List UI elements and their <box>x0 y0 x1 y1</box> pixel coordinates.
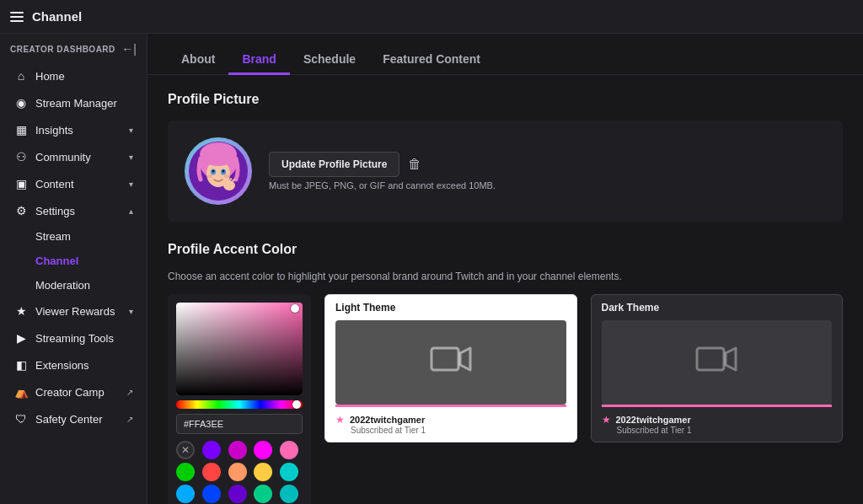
swatch-dark-pink[interactable] <box>228 441 247 459</box>
delete-profile-picture-icon[interactable]: 🗑 <box>408 157 421 172</box>
accent-color-description: Choose an accent color to highlight your… <box>168 271 843 282</box>
swatch-magenta[interactable] <box>254 441 272 459</box>
dark-theme-preview-bottom: ★ 2022twitchgamer Subscribed at Tier 1 <box>602 405 833 442</box>
viewer-rewards-icon: ★ <box>13 304 29 318</box>
light-theme-video-preview <box>335 320 566 405</box>
light-theme-sub-text: Subscribed at Tier 1 <box>351 426 566 435</box>
sidebar-item-settings[interactable]: ⚙ Settings ▴ <box>3 197 143 224</box>
sidebar-item-extensions[interactable]: ◧ Extensions <box>3 351 143 378</box>
extensions-icon: ◧ <box>13 358 29 372</box>
sidebar-item-label: Insights <box>35 124 73 137</box>
sidebar-sub-item-moderation[interactable]: Moderation <box>3 273 143 298</box>
swatch-blue[interactable] <box>202 485 221 503</box>
swatch-indigo[interactable] <box>228 485 247 503</box>
dark-theme-username: 2022twitchgamer <box>616 415 691 425</box>
sidebar-item-label: Streaming Tools <box>35 332 114 345</box>
streaming-tools-icon: ▶ <box>13 331 29 345</box>
sidebar-sub-item-channel[interactable]: Channel <box>3 249 143 273</box>
video-camera-icon <box>695 341 737 384</box>
sidebar-item-label: Home <box>35 70 65 83</box>
color-picker: ✕ <box>168 294 311 504</box>
profile-picture-hint: Must be JPEG, PNG, or GIF and cannot exc… <box>269 180 496 190</box>
svg-rect-11 <box>432 348 458 370</box>
tab-brand[interactable]: Brand <box>228 46 289 75</box>
hue-bar[interactable] <box>176 400 303 409</box>
sidebar-item-safety-center[interactable]: 🛡 Safety Center ↗ <box>3 405 143 432</box>
tab-about[interactable]: About <box>168 46 228 75</box>
insights-icon: ▦ <box>13 123 29 137</box>
menu-icon[interactable] <box>10 12 24 22</box>
sidebar-item-creator-camp[interactable]: ⛺ Creator Camp ↗ <box>3 378 143 405</box>
dark-theme-video-preview <box>602 320 833 405</box>
sidebar-item-viewer-rewards[interactable]: ★ Viewer Rewards ▾ <box>3 298 143 324</box>
sidebar-item-label: Creator Camp <box>35 386 105 399</box>
tab-featured-content[interactable]: Featured Content <box>369 46 494 75</box>
swatch-mint[interactable] <box>254 485 272 503</box>
chevron-down-icon: ▾ <box>129 153 133 162</box>
dark-theme-label: Dark Theme <box>592 295 843 320</box>
svg-marker-14 <box>726 348 736 370</box>
light-theme-username: 2022twitchgamer <box>350 415 425 425</box>
profile-picture-row: Update Profile Picture 🗑 Must be JPEG, P… <box>168 121 843 222</box>
dark-theme-user-row: ★ 2022twitchgamer <box>602 414 833 426</box>
dark-theme-panel: Dark Theme ★ 2022twitchgamer <box>591 294 844 442</box>
sidebar-item-label: Stream Manager <box>35 97 117 110</box>
swatch-green[interactable] <box>176 463 195 481</box>
svg-point-6 <box>212 170 215 173</box>
svg-point-9 <box>224 174 229 178</box>
light-theme-preview-bottom: ★ 2022twitchgamer Subscribed at Tier 1 <box>335 405 566 442</box>
sidebar-item-label: Extensions <box>35 359 89 372</box>
tab-schedule[interactable]: Schedule <box>290 46 369 75</box>
svg-point-3 <box>200 142 237 166</box>
swatch-orange[interactable] <box>228 463 247 481</box>
topbar-title: Channel <box>32 9 82 24</box>
swatch-red[interactable] <box>202 463 221 481</box>
external-link-icon: ↗ <box>126 388 133 397</box>
color-gradient-field[interactable] <box>176 303 303 395</box>
svg-point-7 <box>222 170 225 173</box>
chevron-up-icon: ▴ <box>129 206 133 216</box>
sidebar-sub-item-stream[interactable]: Stream <box>3 224 143 249</box>
swatch-yellow[interactable] <box>254 463 272 481</box>
sidebar-item-label: Settings <box>35 205 75 217</box>
gradient-picker-dot[interactable] <box>291 304 299 313</box>
swatch-teal[interactable] <box>280 463 298 481</box>
profile-picture-section: Profile Picture <box>147 75 863 504</box>
sidebar-item-label: Safety Center <box>35 413 103 426</box>
svg-point-8 <box>207 174 212 178</box>
swatch-clear[interactable]: ✕ <box>176 441 195 459</box>
sidebar-header-label: Creator Dashboard <box>10 45 115 54</box>
update-profile-picture-button[interactable]: Update Profile Picture <box>269 152 399 177</box>
hex-input[interactable] <box>176 414 303 434</box>
main-layout: Creator Dashboard ←| ⌂ Home ◉ Stream Man… <box>0 34 863 504</box>
sidebar-item-community[interactable]: ⚇ Community ▾ <box>3 143 143 170</box>
color-panels: ✕ <box>168 294 843 504</box>
sidebar-item-streaming-tools[interactable]: ▶ Streaming Tools <box>3 324 143 351</box>
sidebar-sub-label: Channel <box>35 255 78 267</box>
chevron-down-icon: ▾ <box>129 180 133 189</box>
sidebar-sub-label: Stream <box>35 230 71 243</box>
home-icon: ⌂ <box>13 69 29 83</box>
sidebar-collapse-icon[interactable]: ←| <box>121 42 137 56</box>
stream-manager-icon: ◉ <box>13 96 29 110</box>
swatch-cyan[interactable] <box>280 485 298 503</box>
hue-thumb[interactable] <box>292 400 301 409</box>
sidebar-item-home[interactable]: ⌂ Home <box>3 62 143 89</box>
sidebar-item-content[interactable]: ▣ Content ▾ <box>3 170 143 197</box>
swatch-light-blue[interactable] <box>176 485 195 503</box>
sidebar-item-insights[interactable]: ▦ Insights ▾ <box>3 116 143 143</box>
hue-bar-row <box>176 400 303 409</box>
creator-camp-icon: ⛺ <box>13 385 29 399</box>
sidebar-item-label: Community <box>35 151 91 164</box>
hex-input-row <box>176 414 303 434</box>
sidebar-sub-label: Moderation <box>35 279 90 292</box>
settings-icon: ⚙ <box>13 204 29 217</box>
color-swatches: ✕ <box>176 441 303 504</box>
swatch-purple[interactable] <box>202 441 221 459</box>
community-icon: ⚇ <box>13 150 29 164</box>
star-icon: ★ <box>335 414 345 426</box>
sidebar-item-label: Content <box>35 178 74 190</box>
swatch-pink[interactable] <box>280 441 298 459</box>
sidebar-item-stream-manager[interactable]: ◉ Stream Manager <box>3 89 143 116</box>
dark-theme-sub-text: Subscribed at Tier 1 <box>617 426 833 435</box>
